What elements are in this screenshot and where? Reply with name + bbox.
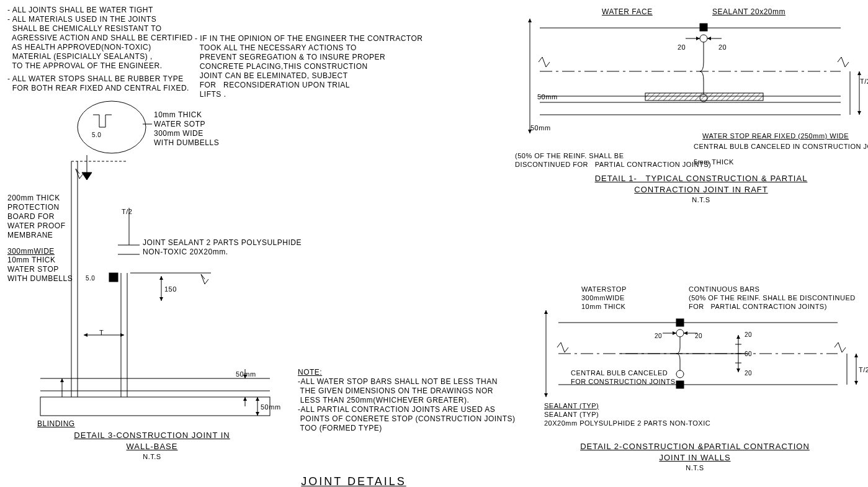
d1-reinf: (50% OF THE REINF. SHALL BE DISCONTINUED… [515, 152, 711, 169]
d2-sealant: SEALANT (TYP) 20X20mm POLYSULPHIDE 2 PAR… [544, 411, 710, 428]
d3-scale: N.T.S [56, 453, 248, 462]
note-hdr: NOTE: [298, 368, 322, 377]
svg-point-24 [676, 370, 684, 378]
d3-ws2: 10mm THICK WATER STOP WITH DUMBELLS [7, 256, 73, 284]
d3-board: 200mm THICK PROTECTION BOARD FOR WATER P… [7, 194, 66, 240]
d2-t2: T/2 [859, 366, 868, 375]
d3-title2: WALL-BASE [56, 442, 248, 452]
main-title: JOINT DETAILS [273, 475, 434, 487]
d3-150: 150 [164, 285, 177, 294]
d1-20a: 20 [678, 43, 686, 52]
d3-50s: 5.0 [86, 275, 95, 283]
d3-sealant: JOINT SEALANT 2 PARTS POLYSULPHIDE NON-T… [143, 238, 302, 257]
svg-rect-10 [700, 24, 707, 31]
svg-point-35 [78, 101, 146, 153]
d3-50b: 50mm [261, 403, 281, 412]
d2-20d: 20 [745, 370, 752, 378]
d2-bulb: CENTRAL BULB CANCELED FOR CONSTRUCTION J… [571, 369, 676, 386]
svg-point-11 [700, 35, 707, 42]
svg-point-23 [676, 329, 684, 337]
d2-20a: 20 [655, 333, 662, 341]
svg-rect-21 [676, 319, 684, 326]
d1-title2: CONTRACTION JOINT IN RAFT [565, 185, 838, 195]
d3-50s2: 5.0 [92, 132, 101, 140]
d1-50b: 50mm [530, 124, 551, 133]
d2-20b: 20 [695, 333, 702, 341]
d2-bars: CONTINUOUS BARS (50% OF THE REINF. SHALL… [689, 285, 856, 311]
d2-title2: JOINT IN WALLS [558, 453, 831, 463]
eng-note: - IF IN THE OPINION OF THE ENGINEER THE … [195, 34, 423, 99]
d1-waterface: WATER FACE [602, 7, 653, 17]
d3-ws2-hdr: 300mmWIDE [7, 247, 55, 256]
d1-bulb: CENTRAL BULB CANCELED IN CONSTRUCTION JO… [694, 143, 868, 151]
d2-20c: 20 [745, 331, 752, 339]
note-body: -ALL WATER STOP BARS SHALL NOT BE LESS T… [298, 377, 516, 433]
svg-rect-32 [40, 397, 270, 416]
d2-60: 60 [745, 351, 752, 359]
d1-title: DETAIL 1- TYPICAL CONSTRUCTION & PARTIAL [565, 174, 838, 184]
d3-t2: T/2 [122, 208, 132, 217]
d1-50a: 50mm [537, 93, 558, 102]
svg-rect-22 [676, 381, 684, 388]
d3-blinding: BLINDING [37, 419, 75, 429]
d2-sealant-hdr: SEALANT (TYP) [544, 402, 599, 411]
d3-title: DETAIL 3-CONSTRUCTION JOINT IN [56, 431, 248, 440]
detail-3 [40, 101, 270, 416]
d3-ws1: 10mm THICK WATER SOTP 300mm WIDE WITH DU… [154, 110, 219, 148]
d1-sealant: SEALANT 20x20mm [712, 7, 785, 17]
gen-note-2: - ALL WATER STOPS SHALL BE RUBBER TYPE F… [7, 74, 189, 93]
d1-ws: WATER STOP REAR FIXED (250mm) WIDE [702, 132, 849, 141]
d2-title: DETAIL 2-CONSTRUCTION &PARTIAL CONTRACTI… [558, 442, 831, 452]
gen-note-0: - ALL JOINTS SHALL BE WATER TIGHT [7, 6, 153, 15]
d2-scale: N.T.S [558, 464, 831, 473]
d1-thk: 5mm THICK [694, 158, 734, 167]
d3-t: T [99, 329, 104, 337]
d1-scale: N.T.S [565, 196, 838, 205]
d1-20b: 20 [718, 43, 727, 52]
detail-1 [530, 19, 859, 133]
gen-note-1: - ALL MATERIALS USED IN THE JOINTS SHALL… [7, 15, 193, 71]
d1-t2: T/2 [860, 78, 868, 86]
d2-ws: WATERSTOP 300mmWIDE 10mm THICK [581, 285, 627, 311]
d3-50a: 50mm [236, 370, 256, 379]
svg-rect-36 [109, 273, 118, 282]
